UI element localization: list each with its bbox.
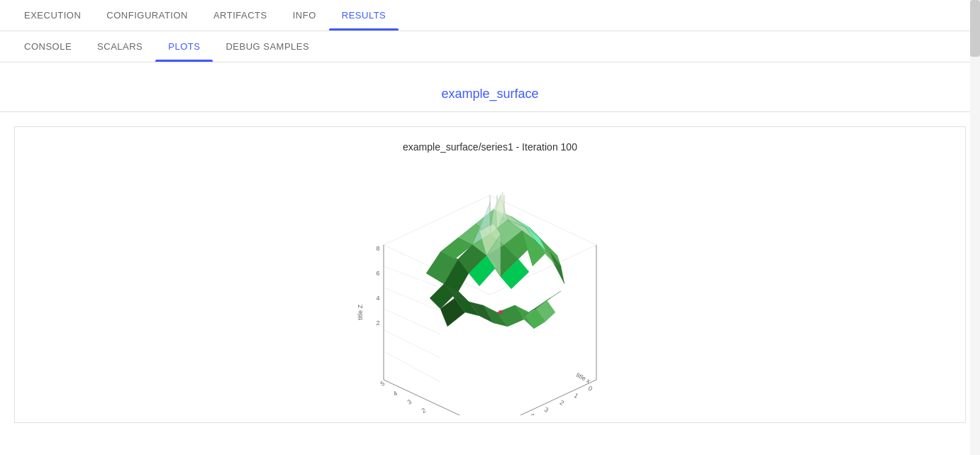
svg-point-81 <box>499 310 503 314</box>
top-nav: EXECUTION CONFIGURATION ARTIFACTS INFO R… <box>0 0 980 31</box>
svg-text:2: 2 <box>421 407 427 415</box>
svg-text:3: 3 <box>543 406 550 414</box>
plot-container: example_surface/series1 - Iteration 100 <box>14 126 966 423</box>
scrollbar-thumb[interactable] <box>970 0 980 57</box>
svg-text:0: 0 <box>587 385 594 393</box>
surface-chart: 8 6 4 2 title Z 0 1 2 3 4 5 title x <box>348 174 632 401</box>
svg-marker-49 <box>540 291 561 305</box>
svg-line-15 <box>384 351 440 382</box>
tab-debug-samples[interactable]: DEBUG SAMPLES <box>213 31 322 62</box>
tab-plots[interactable]: PLOTS <box>155 31 213 62</box>
svg-text:3: 3 <box>406 398 413 406</box>
scrollbar[interactable] <box>970 0 980 437</box>
tab-configuration[interactable]: CONFIGURATION <box>94 0 201 31</box>
svg-text:1: 1 <box>573 392 579 400</box>
svg-text:4: 4 <box>529 412 535 415</box>
svg-text:title Z: title Z <box>357 305 364 321</box>
svg-text:4: 4 <box>376 295 379 302</box>
section-title: example_surface <box>0 77 980 112</box>
svg-text:4: 4 <box>392 390 399 398</box>
tab-console[interactable]: CONSOLE <box>11 31 84 62</box>
svg-line-8 <box>384 380 490 415</box>
svg-line-10 <box>490 380 596 415</box>
plot-title: example_surface/series1 - Iteration 100 <box>29 141 951 153</box>
main-content: example_surface example_surface/series1 … <box>0 62 980 437</box>
chart-area: 8 6 4 2 title Z 0 1 2 3 4 5 title x <box>29 167 951 408</box>
svg-text:8: 8 <box>376 245 379 252</box>
tab-execution[interactable]: EXECUTION <box>11 0 94 31</box>
second-nav: CONSOLE SCALARS PLOTS DEBUG SAMPLES <box>0 31 980 62</box>
svg-text:5: 5 <box>379 380 386 388</box>
surface-svg: 8 6 4 2 title Z 0 1 2 3 4 5 title x <box>348 174 632 415</box>
svg-line-13 <box>384 309 440 334</box>
tab-results[interactable]: RESULTS <box>329 0 399 31</box>
tab-scalars[interactable]: SCALARS <box>84 31 155 62</box>
svg-line-14 <box>384 330 440 358</box>
tab-artifacts[interactable]: ARTIFACTS <box>201 0 280 31</box>
svg-text:6: 6 <box>376 270 379 277</box>
svg-text:2: 2 <box>559 399 565 407</box>
tab-info[interactable]: INFO <box>280 0 329 31</box>
svg-text:2: 2 <box>376 319 379 327</box>
